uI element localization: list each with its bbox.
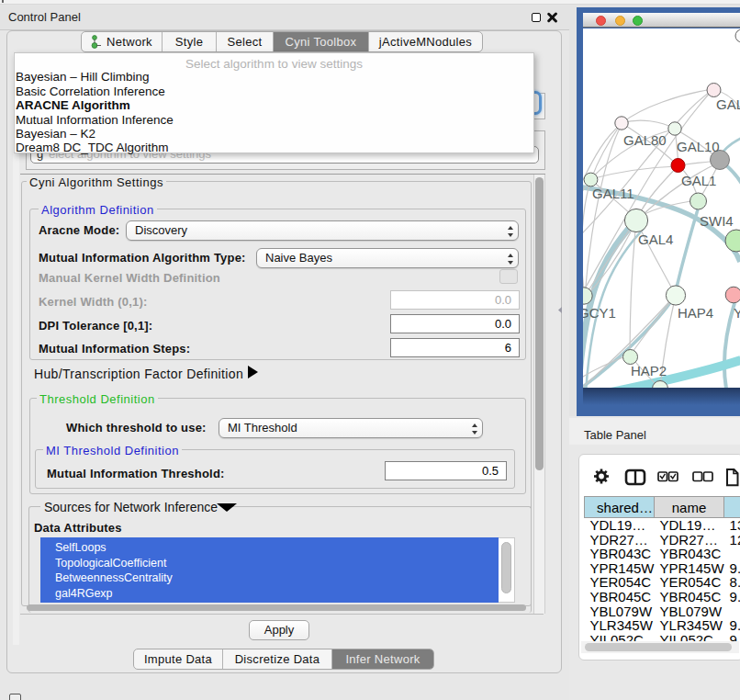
svg-text:GAL: GAL (716, 96, 740, 112)
svg-text:HAP2: HAP2 (631, 363, 667, 378)
svg-text:GAL4: GAL4 (638, 231, 673, 247)
svg-text:GAL1: GAL1 (681, 173, 716, 188)
svg-text:GCY1: GCY1 (583, 305, 616, 321)
svg-text:HAP4: HAP4 (678, 305, 713, 321)
svg-text:Y: Y (734, 305, 740, 321)
svg-text:GAL11: GAL11 (592, 186, 634, 201)
svg-text:GAL10: GAL10 (677, 139, 720, 154)
svg-text:GAL80: GAL80 (623, 132, 667, 148)
svg-text:SWI4: SWI4 (700, 213, 734, 229)
